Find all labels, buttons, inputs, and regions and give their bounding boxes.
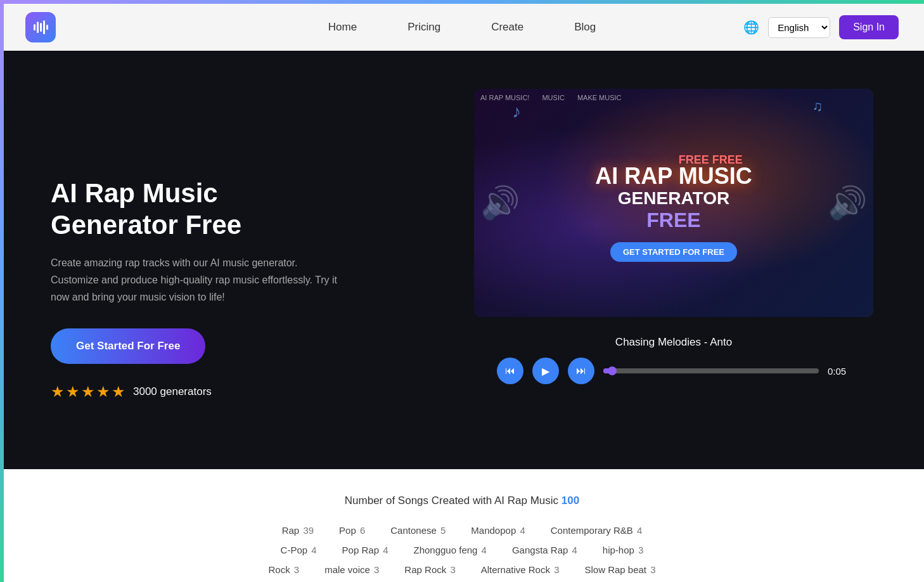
songs-count-number: 100 [561, 495, 579, 507]
tag-rock[interactable]: Rock 3 [268, 564, 299, 575]
label-1: AI RAP MUSIC! [480, 94, 529, 101]
left-gradient-bar [0, 0, 4, 582]
progress-bar[interactable] [603, 368, 819, 373]
tag-rap-rock[interactable]: Rap Rock 3 [404, 564, 455, 575]
image-labels: AI RAP MUSIC! MUSIC MAKE MUSIC [480, 94, 622, 101]
tag-rap-count: 39 [303, 525, 314, 536]
main-nav: Home Pricing Create Blog [328, 21, 596, 34]
image-cta-sub: GET STARTED FOR FREE [610, 242, 737, 262]
songs-count-label-prefix: Number of Songs Created with AI Rap Musi… [345, 495, 558, 507]
tag-pop-rap[interactable]: Pop Rap 4 [342, 545, 388, 555]
progress-dot [608, 366, 617, 375]
header-right: 🌐 English Spanish French Chinese Sign In [743, 15, 899, 39]
tags-row-2: C-Pop 4 Pop Rap 4 Zhongguo feng 4 Gangst… [281, 545, 644, 555]
hero-image-inner: AI RAP MUSIC! MUSIC MAKE MUSIC FREE FREE… [474, 89, 873, 317]
svg-rect-0 [34, 24, 35, 30]
tag-slow-rap[interactable]: Slow Rap beat 3 [584, 564, 655, 575]
tag-contemporary-rnb[interactable]: Contemporary R&B 4 [551, 525, 643, 536]
globe-icon: 🌐 [743, 20, 759, 35]
hero-content: AI Rap Music Generator Free Create amazi… [51, 89, 873, 401]
speaker-right: 🔊 [828, 184, 867, 221]
tag-cantonese-count: 5 [440, 525, 446, 536]
tag-cantonese[interactable]: Cantonese 5 [390, 525, 446, 536]
cta-button[interactable]: Get Started For Free [51, 328, 205, 364]
tag-zhongguo-count: 4 [482, 545, 487, 555]
hero-description: Create amazing rap tracks with our AI mu… [51, 254, 342, 306]
hero-section: AI Rap Music Generator Free Create amazi… [0, 51, 924, 469]
fast-forward-button[interactable]: ⏭ [568, 358, 594, 384]
image-main-text-2: GENERATOR [595, 188, 752, 209]
tag-gangsta-rap[interactable]: Gangsta Rap 4 [512, 545, 577, 555]
nav-blog[interactable]: Blog [574, 21, 596, 34]
logo-icon [25, 12, 56, 42]
tag-hiphop-count: 3 [638, 545, 643, 555]
hero-left: AI Rap Music Generator Free Create amazi… [51, 89, 342, 401]
svg-rect-3 [43, 20, 45, 34]
tag-mandopop[interactable]: Mandopop 4 [471, 525, 525, 536]
tag-male-voice[interactable]: male voice 3 [324, 564, 379, 575]
tags-row-1: Rap 39 Pop 6 Cantonese 5 Mandopop 4 Cont… [282, 525, 643, 536]
generators-count: 3000 generators [133, 385, 212, 398]
songs-count-row: Number of Songs Created with AI Rap Musi… [38, 495, 886, 507]
language-select[interactable]: English Spanish French Chinese [768, 17, 830, 38]
tags-grid: Rap 39 Pop 6 Cantonese 5 Mandopop 4 Cont… [38, 525, 886, 582]
nav-home[interactable]: Home [328, 21, 357, 34]
tag-male-count: 3 [374, 564, 379, 575]
label-3: MAKE MUSIC [577, 94, 622, 101]
music-note-right: ♫ [812, 98, 823, 115]
header: Home Pricing Create Blog 🌐 English Spani… [0, 4, 924, 51]
tag-cpop-count: 4 [311, 545, 316, 555]
tag-rap[interactable]: Rap 39 [282, 525, 314, 536]
hero-title: AI Rap Music Generator Free [51, 178, 342, 242]
tags-row-3: Rock 3 male voice 3 Rap Rock 3 Alternati… [268, 564, 655, 575]
tag-mandopop-count: 4 [520, 525, 525, 536]
image-main-text-1: AI RAP MUSIC [595, 164, 752, 189]
speaker-left: 🔊 [480, 184, 520, 221]
svg-rect-4 [46, 25, 48, 30]
play-button[interactable]: ▶ [532, 358, 559, 384]
player-section: Chasing Melodies - Anto ⏮ ▶ ⏭ 0:05 [474, 336, 873, 384]
tag-hiphop[interactable]: hip-hop 3 [603, 545, 644, 555]
logo[interactable] [25, 12, 56, 42]
music-note-left: ♪ [512, 101, 521, 122]
progress-fill [603, 368, 612, 373]
image-main-text-3: FREE [595, 209, 752, 232]
tag-pop-count: 6 [360, 525, 365, 536]
svg-rect-2 [40, 23, 42, 32]
hero-right: AI RAP MUSIC! MUSIC MAKE MUSIC FREE FREE… [474, 89, 873, 384]
tag-pop[interactable]: Pop 6 [339, 525, 365, 536]
free-badge: FREE FREE [586, 153, 742, 167]
track-title: Chasing Melodies - Anto [615, 336, 732, 349]
image-text-overlay: FREE FREE AI RAP MUSIC GENERATOR FREE GE… [595, 144, 752, 262]
time-display: 0:05 [828, 366, 850, 377]
svg-rect-1 [37, 22, 39, 33]
signin-button[interactable]: Sign In [839, 15, 899, 39]
stats-section: Number of Songs Created with AI Rap Musi… [0, 469, 924, 582]
label-2: MUSIC [542, 94, 564, 101]
tag-slow-rap-count: 3 [650, 564, 655, 575]
tag-gangsta-count: 4 [572, 545, 577, 555]
nav-create[interactable]: Create [491, 21, 523, 34]
tag-rap-rock-count: 3 [450, 564, 455, 575]
tag-zhongguo[interactable]: Zhongguo feng 4 [414, 545, 487, 555]
nav-pricing[interactable]: Pricing [407, 21, 440, 34]
hero-image: AI RAP MUSIC! MUSIC MAKE MUSIC FREE FREE… [474, 89, 873, 317]
stars-row: ★★★★★ 3000 generators [51, 383, 342, 401]
tag-alt-rock[interactable]: Alternative Rock 3 [481, 564, 560, 575]
tag-rnb-count: 4 [637, 525, 642, 536]
tag-alt-rock-count: 3 [554, 564, 559, 575]
tag-cpop[interactable]: C-Pop 4 [281, 545, 317, 555]
rewind-button[interactable]: ⏮ [497, 358, 523, 384]
tag-pop-rap-count: 4 [383, 545, 388, 555]
tag-rock-count: 3 [294, 564, 299, 575]
star-rating: ★★★★★ [51, 383, 127, 401]
player-controls: ⏮ ▶ ⏭ 0:05 [497, 358, 850, 384]
